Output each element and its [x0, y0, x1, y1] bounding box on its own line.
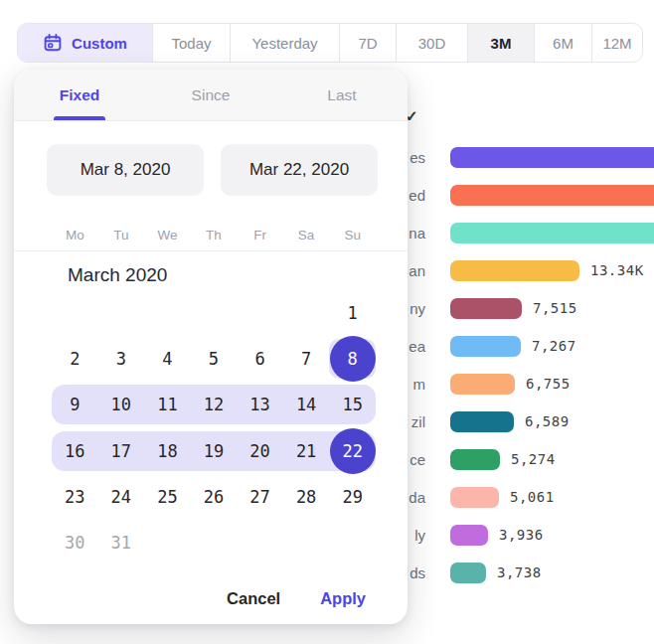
date-range-toolbar: Custom TodayYesterday7D30D3M6M12M: [17, 23, 643, 63]
chart-row-label: m: [413, 374, 426, 395]
day-8-selected[interactable]: 8: [330, 336, 376, 382]
chart-bar[interactable]: [450, 487, 499, 508]
chart-bar[interactable]: [450, 563, 486, 583]
day-15[interactable]: 15: [329, 385, 376, 424]
day-26[interactable]: 26: [191, 477, 238, 517]
chart-bar-value: 3,936: [499, 525, 544, 546]
day-10[interactable]: 10: [98, 385, 145, 424]
day-3[interactable]: 3: [98, 339, 145, 379]
chart-bar[interactable]: [450, 185, 654, 206]
chart-row-label: ea: [409, 336, 425, 357]
chart-row-label: da: [409, 487, 425, 508]
chart-bar[interactable]: [450, 298, 522, 319]
chart-row-label: na: [409, 223, 425, 243]
custom-range-button[interactable]: Custom: [18, 24, 152, 62]
day-20[interactable]: 20: [237, 431, 283, 471]
day-19[interactable]: 19: [191, 431, 238, 471]
chart-row-label: ny: [409, 298, 425, 319]
day-29[interactable]: 29: [329, 477, 376, 517]
day-17[interactable]: 17: [98, 431, 145, 471]
chart-row-label: ed: [409, 185, 425, 206]
day-5[interactable]: 5: [191, 339, 238, 379]
datepicker-modal: FixedSinceLast Mar 8, 2020 Mar 22, 2020 …: [14, 70, 408, 624]
calendar-icon: [43, 33, 63, 53]
chart-bar[interactable]: [450, 147, 654, 168]
chart-bar[interactable]: [450, 525, 488, 546]
preset-button-yesterday[interactable]: Yesterday: [230, 24, 339, 62]
day-21[interactable]: 21: [283, 431, 330, 471]
chart-row-label: an: [409, 260, 425, 281]
chart-bar[interactable]: [450, 260, 579, 281]
chart-bar[interactable]: [450, 223, 654, 243]
chart-row-label: ce: [409, 449, 425, 470]
preset-button-today[interactable]: Today: [152, 24, 230, 62]
day-9[interactable]: 9: [52, 385, 98, 424]
day-7[interactable]: 7: [283, 339, 330, 379]
day-31[interactable]: 31: [98, 523, 145, 563]
chart-bar-value: 3,738: [497, 563, 542, 583]
day-28[interactable]: 28: [283, 477, 330, 517]
day-27[interactable]: 27: [237, 477, 283, 517]
chart-row-label: ly: [414, 525, 425, 546]
apply-button[interactable]: Apply: [320, 589, 366, 608]
custom-range-label: Custom: [72, 35, 127, 52]
day-12[interactable]: 12: [191, 385, 238, 424]
day-2[interactable]: 2: [52, 339, 98, 379]
chart-bar[interactable]: [450, 411, 514, 432]
chart-row-label: es: [409, 147, 425, 168]
day-13[interactable]: 13: [237, 385, 283, 424]
day-14[interactable]: 14: [283, 385, 330, 424]
day-6[interactable]: 6: [237, 339, 283, 379]
preset-button-12m[interactable]: 12M: [591, 24, 642, 62]
chart-row-label: ds: [409, 563, 425, 583]
day-24[interactable]: 24: [98, 477, 145, 517]
chart-bar-value: 13.34K: [590, 260, 644, 281]
day-11[interactable]: 11: [144, 385, 191, 424]
chart-bar[interactable]: [450, 374, 515, 395]
preset-button-7d[interactable]: 7D: [339, 24, 396, 62]
chart-bar-value: 7,267: [532, 336, 576, 357]
chart-bar-value: 7,515: [533, 298, 577, 319]
chart-bar-value: 5,061: [510, 487, 555, 508]
chart-bar[interactable]: [450, 336, 521, 357]
day-18[interactable]: 18: [144, 431, 191, 471]
day-1[interactable]: 1: [329, 293, 376, 333]
day-25[interactable]: 25: [144, 477, 191, 517]
chart-row-label: zil: [411, 411, 425, 432]
day-23[interactable]: 23: [52, 477, 98, 517]
preset-button-30d[interactable]: 30D: [396, 24, 467, 62]
modal-actions: Cancel Apply: [227, 589, 366, 608]
day-30[interactable]: 30: [52, 523, 98, 563]
chart-bar-value: 6,755: [526, 374, 571, 395]
chart-bar-value: 6,589: [525, 411, 570, 432]
calendar-grid: 1234567891011121314151617181920212223242…: [14, 70, 408, 624]
day-4[interactable]: 4: [144, 339, 191, 379]
preset-button-3m[interactable]: 3M: [467, 24, 534, 62]
day-22-selected[interactable]: 22: [330, 428, 376, 474]
preset-button-6m[interactable]: 6M: [534, 24, 591, 62]
day-16[interactable]: 16: [52, 431, 98, 471]
chart-bar-value: 5,274: [511, 449, 556, 470]
chart-bar[interactable]: [450, 449, 500, 470]
cancel-button[interactable]: Cancel: [227, 589, 280, 608]
